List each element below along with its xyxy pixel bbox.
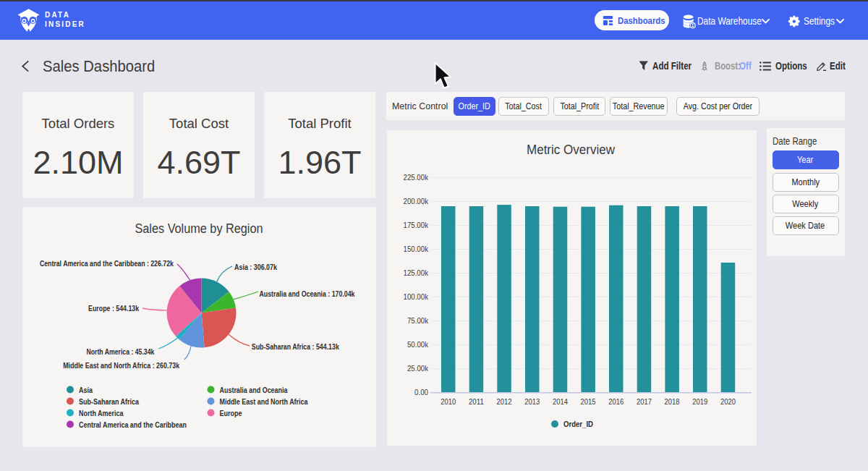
svg-text:2015: 2015 bbox=[581, 397, 596, 406]
svg-text:North America: North America bbox=[79, 409, 124, 417]
svg-text:Central America and the Caribb: Central America and the Caribbean bbox=[79, 420, 187, 429]
svg-text:2017: 2017 bbox=[637, 397, 652, 406]
svg-text:Central America and the Caribb: Central America and the Caribbean : 226.… bbox=[40, 259, 174, 268]
svg-text:Middle East and North Africa :: Middle East and North Africa : 260.73k bbox=[63, 361, 179, 370]
svg-text:50.00k: 50.00k bbox=[407, 340, 428, 349]
svg-text:2018: 2018 bbox=[665, 397, 680, 406]
svg-text:200.00k: 200.00k bbox=[404, 197, 429, 205]
svg-text:Sales Volume by Region: Sales Volume by Region bbox=[135, 221, 263, 236]
svg-text:Australia and Oceania: Australia and Oceania bbox=[220, 386, 289, 394]
svg-text:Order_ID: Order_ID bbox=[563, 420, 593, 428]
svg-text:0.00: 0.00 bbox=[414, 388, 428, 396]
svg-text:Middle East and North Africa: Middle East and North Africa bbox=[220, 397, 309, 406]
svg-text:225.00k: 225.00k bbox=[404, 173, 429, 182]
svg-text:2014: 2014 bbox=[553, 397, 568, 406]
svg-text:2013: 2013 bbox=[524, 397, 540, 406]
svg-text:125.00k: 125.00k bbox=[404, 268, 429, 277]
svg-text:North America : 45.34k: North America : 45.34k bbox=[86, 347, 154, 356]
svg-text:2019: 2019 bbox=[692, 397, 707, 406]
svg-text:Asia: Asia bbox=[79, 386, 93, 394]
svg-text:2010: 2010 bbox=[441, 397, 456, 406]
svg-text:Sub-Saharan Africa: Sub-Saharan Africa bbox=[79, 397, 140, 406]
svg-text:Asia : 306.07k: Asia : 306.07k bbox=[234, 263, 277, 271]
svg-text:2016: 2016 bbox=[608, 397, 624, 406]
svg-text:Australia and Oceania : 170.04: Australia and Oceania : 170.04k bbox=[260, 289, 355, 298]
svg-text:150.00k: 150.00k bbox=[404, 245, 429, 253]
svg-text:75.00k: 75.00k bbox=[407, 316, 428, 325]
svg-text:2011: 2011 bbox=[469, 397, 484, 406]
svg-text:100.00k: 100.00k bbox=[404, 292, 429, 301]
svg-text:2020: 2020 bbox=[720, 397, 736, 406]
svg-text:Europe: Europe bbox=[220, 409, 242, 417]
svg-text:Metric Overview: Metric Overview bbox=[527, 143, 616, 157]
svg-text:25.00k: 25.00k bbox=[407, 364, 428, 373]
svg-text:Europe : 544.13k: Europe : 544.13k bbox=[88, 304, 139, 313]
svg-text:2012: 2012 bbox=[497, 397, 512, 406]
svg-text:Sub-Saharan Africa : 544.13k: Sub-Saharan Africa : 544.13k bbox=[252, 342, 339, 351]
svg-text:175.00k: 175.00k bbox=[404, 221, 429, 229]
